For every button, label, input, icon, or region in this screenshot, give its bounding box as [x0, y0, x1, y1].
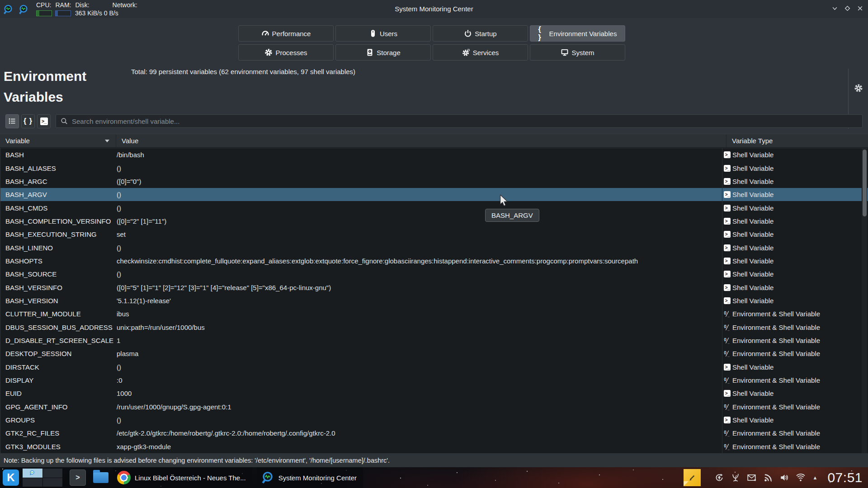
svg-text:_: _ — [727, 340, 730, 344]
variable-name-cell: GTK2_RC_FILES — [0, 429, 111, 437]
table-row-bash-versinfo[interactable]: BASH_VERSINFO([0]="5" [1]="1" [2]="12" [… — [0, 281, 868, 294]
table-row-bash-execution-string[interactable]: BASH_EXECUTION_STRINGset>_Shell Variable — [0, 228, 868, 241]
table-row-clutter-im-module[interactable]: CLUTTER_IM_MODULEibus{}_Environment & Sh… — [0, 307, 868, 320]
gear-icon — [264, 48, 273, 56]
minimize-button[interactable] — [831, 5, 838, 12]
variable-type-cell: >_Shell Variable — [722, 281, 868, 294]
svg-text:{}: {} — [724, 404, 726, 408]
variable-name-cell: BASH_EXECUTION_STRING — [0, 230, 111, 238]
table-row-dirstack[interactable]: DIRSTACK()>_Shell Variable — [0, 361, 868, 374]
scrollbar-thumb[interactable] — [863, 150, 867, 216]
shell-variable-icon: >_ — [724, 231, 731, 238]
variable-type-cell: >_Shell Variable — [722, 254, 868, 267]
tab-processes[interactable]: Processes — [238, 44, 334, 61]
braces-view-button[interactable]: { } — [21, 114, 35, 128]
tab-performance[interactable]: Performance — [238, 25, 334, 42]
variable-type-cell: >_Shell Variable — [722, 201, 868, 214]
variable-type-cell: >_Shell Variable — [722, 188, 868, 201]
virtual-desktop-pager[interactable] — [23, 469, 62, 487]
tab-users[interactable]: Users — [335, 25, 431, 42]
settings-gear-button[interactable] — [853, 82, 864, 94]
tab-storage[interactable]: Storage — [335, 44, 431, 61]
table-row-groups[interactable]: GROUPS()>_Shell Variable — [0, 413, 868, 427]
search-box[interactable] — [56, 114, 863, 128]
tab-environment-variables[interactable]: { }Environment Variables — [530, 25, 625, 42]
variable-name-cell: EUID — [0, 389, 111, 397]
desktop-1-cell[interactable] — [23, 469, 42, 478]
terminal-view-button[interactable]: >_ — [37, 114, 51, 128]
table-row-gtk3-modules[interactable]: GTK3_MODULESxapp-gtk3-module{}_Environme… — [0, 440, 868, 453]
maximize-button[interactable] — [844, 5, 851, 12]
tab-services[interactable]: Services — [433, 44, 528, 61]
variable-value-cell: () — [111, 363, 722, 371]
application-launcher-button[interactable]: K — [3, 469, 19, 486]
table-row-bash-version[interactable]: BASH_VERSION'5.1.12(1)-release'>_Shell V… — [0, 294, 868, 307]
volume-icon[interactable] — [779, 473, 789, 483]
variable-name-cell: CLUTTER_IM_MODULE — [0, 310, 111, 318]
search-icon — [61, 117, 68, 125]
rss-icon[interactable] — [763, 473, 773, 483]
shell-variable-icon: >_ — [724, 258, 731, 264]
table-row-bashopts[interactable]: BASHOPTScheckwinsize:cmdhist:complete_fu… — [0, 254, 868, 267]
table-row-bash-completion-versinfo[interactable]: BASH_COMPLETION_VERSINFO([0]="2" [1]="11… — [0, 215, 868, 228]
table-row-desktop-session[interactable]: DESKTOP_SESSIONplasma{}_Environment & Sh… — [0, 347, 868, 360]
wifi-icon[interactable] — [796, 473, 806, 483]
taskbar-task-linux-bibel-sterreich-neues-the[interactable]: Linux Bibel Österreich - Neues The... — [113, 467, 252, 488]
table-row-bash[interactable]: BASH/bin/bash>_Shell Variable — [0, 148, 868, 161]
desktop-3-cell[interactable] — [23, 478, 42, 487]
column-header-value[interactable]: Value — [116, 134, 726, 147]
taskbar-task-system-monitoring-center[interactable]: System Monitoring Center — [257, 467, 363, 488]
table-row-euid[interactable]: EUID1000>_Shell Variable — [0, 387, 868, 400]
power-icon — [464, 29, 472, 38]
table-row-bash-cmds[interactable]: BASH_CMDS()>_Shell Variable — [0, 201, 868, 214]
update-icon[interactable] — [714, 473, 724, 483]
chrome-icon — [117, 471, 131, 484]
variables-summary: Total: 99 persistent variables (62 envir… — [131, 68, 355, 75]
page-title: Environment Variables — [4, 66, 117, 108]
table-row-d-disable-rt-screen-scale[interactable]: D_DISABLE_RT_SCREEN_SCALE1{}_Environment… — [0, 334, 868, 347]
variable-name-cell: GPG_AGENT_INFO — [0, 403, 111, 411]
variable-name-cell: BASH_CMDS — [0, 204, 111, 212]
desktop-2-cell[interactable] — [43, 469, 63, 478]
variable-value-cell: () — [111, 191, 722, 198]
list-view-button[interactable] — [5, 114, 19, 128]
sticky-note-widget[interactable] — [684, 469, 701, 486]
monitor-icon — [561, 48, 569, 56]
table-row-display[interactable]: DISPLAY:0{}_Environment & Shell Variable — [0, 374, 868, 387]
close-button[interactable] — [856, 5, 863, 12]
variable-value-cell: ibus — [111, 310, 722, 318]
table-row-bash-source[interactable]: BASH_SOURCE()>_Shell Variable — [0, 267, 868, 281]
vertical-scrollbar[interactable] — [862, 148, 867, 453]
table-row-bash-argc[interactable]: BASH_ARGC([0]="0")>_Shell Variable — [0, 175, 868, 188]
variable-name-cell: BASHOPTS — [0, 257, 111, 265]
tab-startup[interactable]: Startup — [433, 25, 528, 42]
konsole-launcher[interactable]: > — [70, 469, 86, 486]
env-shell-variable-icon: {}_ — [724, 324, 731, 331]
table-row-bash-lineno[interactable]: BASH_LINENO()>_Shell Variable — [0, 241, 868, 254]
tab-system[interactable]: System — [530, 44, 625, 61]
mail-icon[interactable] — [747, 473, 757, 483]
table-row-dbus-session-bus-address[interactable]: DBUS_SESSION_BUS_ADDRESSunix:path=/run/u… — [0, 320, 868, 333]
table-row-gtk2-rc-files[interactable]: GTK2_RC_FILES/etc/gtk-2.0/gtkrc:/home/ro… — [0, 427, 868, 440]
desktop-4-cell[interactable] — [43, 478, 63, 487]
plant-icon[interactable] — [731, 473, 741, 483]
file-manager-launcher[interactable] — [93, 472, 108, 483]
clock[interactable]: 07:51 — [827, 470, 863, 485]
table-row-gpg-agent-info[interactable]: GPG_AGENT_INFO/run/user/1000/gnupg/S.gpg… — [0, 400, 868, 413]
system-monitoring-center-icon — [261, 471, 274, 484]
braces-icon: { } — [538, 29, 547, 38]
svg-text:{}: {} — [724, 324, 726, 328]
variable-type-cell: >_Shell Variable — [722, 228, 868, 241]
svg-text:{}: {} — [724, 430, 726, 434]
column-header-variable-type[interactable]: Variable Type — [726, 134, 868, 147]
expand-tray-icon[interactable]: ▲ — [813, 475, 818, 480]
variable-value-cell: '5.1.12(1)-release' — [111, 297, 722, 305]
search-input[interactable] — [72, 117, 858, 125]
table-row-bash-aliases[interactable]: BASH_ALIASES()>_Shell Variable — [0, 161, 868, 174]
svg-text:_: _ — [727, 314, 730, 317]
variable-type-cell: >_Shell Variable — [722, 387, 868, 400]
column-header-variable[interactable]: Variable — [0, 134, 116, 147]
variable-value-cell: /etc/gtk-2.0/gtkrc:/home/robertg/.gtkrc-… — [111, 429, 722, 437]
tooltip: BASH_ARGV — [485, 209, 539, 222]
table-row-bash-argv[interactable]: BASH_ARGV()>_Shell Variable — [0, 188, 868, 201]
